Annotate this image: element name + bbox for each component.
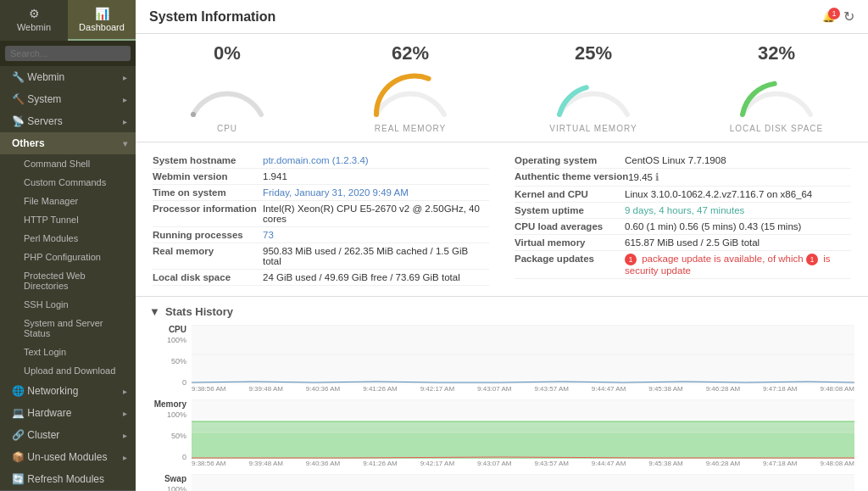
networking-arrow-icon: ▸: [123, 387, 127, 396]
sidebar-item-refresh-modules[interactable]: 🔄 Refresh Modules: [0, 468, 136, 490]
sidebar-nav: 🔧 Webmin ▸ 🔨 System ▸ 📡 Servers ▸ Others…: [0, 66, 136, 490]
svg-marker-9: [192, 433, 854, 459]
sidebar-item-cluster[interactable]: 🔗 Cluster ▸: [0, 424, 136, 446]
main-content: System Information 🔔 1 ↻ 0% CPU 62%: [136, 0, 868, 491]
real-memory-label: REAL MEMORY: [375, 124, 446, 133]
refresh-button[interactable]: ↻: [843, 8, 854, 25]
notification-bell[interactable]: 🔔 1: [822, 11, 835, 23]
sidebar-sub-protected-web-directories[interactable]: Protected Web Directories: [0, 266, 136, 295]
sidebar-item-servers[interactable]: 📡 Servers ▸: [0, 110, 136, 132]
memory-x-labels: 9:38:56 AM 9:39:48 AM 9:40:36 AM 9:41:26…: [192, 460, 854, 467]
cpu-chart-area: CPU 100% 50% 0 9:38:56 AM 9:39:48 AM: [149, 325, 854, 393]
pkg-text-1: package update is available, of which: [642, 254, 804, 264]
sidebar-item-networking[interactable]: 🌐 Networking ▸: [0, 380, 136, 402]
info-kernel-value: Linux 3.10.0-1062.4.2.vz7.116.7 on x86_6…: [625, 189, 812, 199]
others-arrow-icon: ▾: [123, 139, 127, 148]
sidebar-sub-ssh-login[interactable]: SSH Login: [0, 295, 136, 314]
swap-chart-svg: [192, 474, 854, 491]
info-virtual-memory-row: Virtual memory 615.87 MiB used / 2.5 GiB…: [515, 235, 851, 251]
info-os-value: CentOS Linux 7.7.1908: [625, 155, 726, 165]
sidebar-sub-http-tunnel[interactable]: HTTP Tunnel: [0, 210, 136, 229]
info-processes-value[interactable]: 73: [263, 230, 274, 240]
info-package-value: 1 package update is available, of which …: [625, 254, 851, 276]
dashboard-tab-icon: 📊: [71, 7, 132, 20]
tab-webmin[interactable]: ⚙ Webmin: [0, 0, 68, 41]
sidebar-search-input[interactable]: [5, 46, 131, 61]
sidebar-search-container: [0, 41, 136, 66]
info-hostname-row: System hostname ptr.domain.com (1.2.3.4): [153, 153, 489, 169]
info-processes-label: Running processes: [153, 230, 263, 240]
info-kernel-row: Kernel and CPU Linux 3.10.0-1062.4.2.vz7…: [515, 187, 851, 203]
sidebar-item-webmin[interactable]: 🔧 Webmin ▸: [0, 66, 136, 88]
swap-chart-area: Swap 100% 50% 0 9:38:56: [149, 474, 854, 491]
servers-arrow-icon: ▸: [123, 117, 127, 126]
sidebar-item-others[interactable]: Others ▾: [0, 132, 136, 154]
dashboard-tab-label: Dashboard: [79, 22, 125, 32]
cpu-chart-svg: [192, 325, 854, 384]
info-time-value[interactable]: Friday, January 31, 2020 9:49 AM: [263, 187, 409, 198]
info-webmin-version-row: Webmin version 1.941: [153, 169, 489, 185]
cpu-chart-title: CPU: [169, 325, 186, 334]
memory-chart-label-col: Memory 100% 50% 0: [149, 399, 192, 467]
pkg-badge-2: 1: [806, 254, 818, 265]
sidebar-header: ⚙ Webmin 📊 Dashboard: [0, 0, 136, 41]
sidebar-item-system[interactable]: 🔨 System ▸: [0, 88, 136, 110]
sidebar-sub-command-shell[interactable]: Command Shell: [0, 154, 136, 173]
info-theme-value: 19.45 ℹ: [628, 171, 659, 183]
cpu-chart-body: 9:38:56 AM 9:39:48 AM 9:40:36 AM 9:41:26…: [192, 325, 854, 393]
info-col-left: System hostname ptr.domain.com (1.2.3.4)…: [153, 153, 489, 286]
info-processor-value: Intel(R) Xeon(R) CPU E5-2670 v2 @ 2.50GH…: [263, 204, 489, 224]
info-hostname-value[interactable]: ptr.domain.com (1.2.3.4): [263, 155, 369, 165]
info-uptime-value: 9 days, 4 hours, 47 minutes: [625, 205, 744, 215]
sidebar-sub-php-configuration[interactable]: PHP Configuration: [0, 248, 136, 266]
sidebar-sub-text-login[interactable]: Text Login: [0, 343, 136, 361]
info-section: System hostname ptr.domain.com (1.2.3.4)…: [136, 142, 868, 297]
swap-chart-title: Swap: [164, 474, 186, 483]
swap-chart-label-col: Swap 100% 50% 0: [149, 474, 192, 491]
sidebar-sub-file-manager[interactable]: File Manager: [0, 192, 136, 210]
unused-arrow-icon: ▸: [123, 453, 127, 462]
info-icon[interactable]: ℹ: [655, 172, 659, 182]
sidebar-sub-perl-modules[interactable]: Perl Modules: [0, 229, 136, 248]
info-webmin-version-label: Webmin version: [153, 171, 263, 181]
info-time-row: Time on system Friday, January 31, 2020 …: [153, 185, 489, 201]
swap-y-labels: 100% 50% 0: [167, 485, 186, 491]
others-label: Others: [12, 137, 45, 149]
info-uptime-label: System uptime: [515, 205, 625, 215]
real-memory-gauge: 62% REAL MEMORY: [326, 42, 495, 133]
sidebar-sub-upload-download[interactable]: Upload and Download: [0, 361, 136, 380]
sidebar-item-hardware[interactable]: 💻 Hardware ▸: [0, 402, 136, 424]
main-header: System Information 🔔 1 ↻: [136, 0, 868, 34]
sidebar-item-unused-modules[interactable]: 📦 Un-used Modules ▸: [0, 446, 136, 468]
hardware-arrow-icon: ▸: [123, 409, 127, 418]
system-label: 🔨 System: [12, 93, 61, 105]
info-processes-row: Running processes 73: [153, 227, 489, 243]
local-disk-value: 32%: [758, 42, 795, 64]
cpu-chart-label-col: CPU 100% 50% 0: [149, 325, 192, 393]
notification-badge: 1: [828, 8, 840, 20]
tab-dashboard[interactable]: 📊 Dashboard: [68, 0, 136, 41]
page-title: System Information: [149, 9, 275, 25]
info-os-row: Operating system CentOS Linux 7.7.1908: [515, 153, 851, 169]
memory-y-labels: 100% 50% 0: [167, 410, 186, 461]
memory-chart-title: Memory: [154, 399, 186, 409]
sidebar: ⚙ Webmin 📊 Dashboard 🔧 Webmin ▸ 🔨 System…: [0, 0, 136, 491]
info-processor-row: Processor information Intel(R) Xeon(R) C…: [153, 201, 489, 227]
servers-label: 📡 Servers: [12, 115, 63, 127]
sidebar-sub-custom-commands[interactable]: Custom Commands: [0, 173, 136, 192]
info-real-memory-row: Real memory 950.83 MiB used / 262.35 MiB…: [153, 243, 489, 270]
virtual-memory-value: 25%: [575, 42, 612, 64]
info-kernel-label: Kernel and CPU: [515, 189, 625, 199]
stats-section: ▼ Stats History CPU 100% 50% 0: [136, 297, 868, 491]
stats-collapse-icon[interactable]: ▼: [149, 305, 160, 318]
swap-chart-body: 9:38:56 AM 9:39:48 AM 9:40:36 AM 9:41:26…: [192, 474, 854, 491]
cpu-y-labels: 100% 50% 0: [167, 336, 186, 387]
sidebar-sub-system-server-status[interactable]: System and Server Status: [0, 314, 136, 343]
real-memory-value: 62%: [392, 42, 429, 64]
info-theme-label: Authentic theme version: [515, 171, 628, 181]
pkg-badge-1: 1: [625, 254, 637, 265]
refresh-modules-label: 🔄 Refresh Modules: [12, 473, 104, 485]
cpu-value: 0%: [214, 42, 241, 64]
hardware-label: 💻 Hardware: [12, 407, 71, 419]
networking-label: 🌐 Networking: [12, 385, 78, 397]
